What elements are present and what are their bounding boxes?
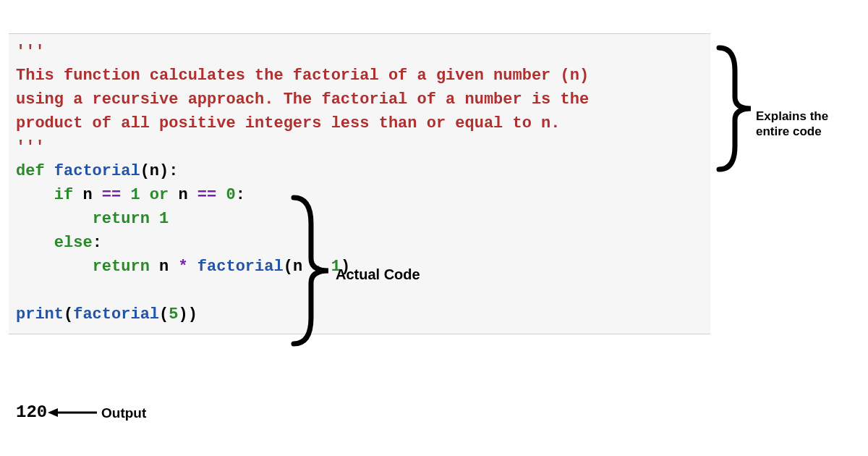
- docstring-line: This function calculates the factorial o…: [16, 67, 589, 85]
- arrow-icon: [48, 405, 98, 420]
- keyword-return: return: [93, 210, 150, 228]
- keyword-return: return: [93, 258, 150, 276]
- keyword-if: if: [54, 186, 73, 204]
- function-name: factorial: [54, 162, 140, 180]
- code-text: (n):: [140, 162, 179, 180]
- docstring-close: ''': [16, 138, 45, 156]
- svg-marker-1: [48, 408, 58, 417]
- function-print: print: [16, 305, 64, 324]
- code-block: ''' This function calculates the factori…: [9, 33, 710, 334]
- brace-icon: [288, 192, 339, 350]
- output-value: 120: [16, 402, 47, 422]
- docstring-line: using a recursive approach. The factoria…: [16, 90, 589, 109]
- annotation-actual-code: Actual Code: [336, 266, 420, 283]
- keyword-else: else: [54, 234, 93, 252]
- annotation-output: Output: [101, 405, 146, 421]
- keyword-or: or: [150, 186, 169, 204]
- docstring-open: ''': [16, 43, 45, 61]
- brace-icon: [715, 43, 758, 174]
- annotation-explains: Explains the entire code: [756, 109, 864, 140]
- keyword-def: def: [16, 162, 45, 180]
- docstring-line: product of all positive integers less th…: [16, 114, 561, 132]
